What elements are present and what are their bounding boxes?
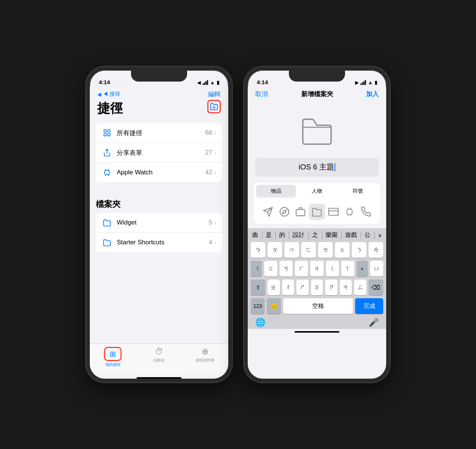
mic-key[interactable]: 🎤 — [369, 318, 379, 327]
watch-icon-item[interactable] — [342, 204, 358, 220]
tab-automation[interactable]: ⏱ 自動化 — [136, 347, 182, 367]
signal-bars — [202, 80, 208, 85]
widget-folder-icon — [102, 217, 112, 228]
tab-gallery[interactable]: ⊕ 捷徑資料庫 — [182, 347, 228, 367]
add-button[interactable]: 加入 — [366, 90, 379, 98]
apple-watch-count: 42 — [205, 169, 212, 176]
share-list-item[interactable]: 分享表單 27 › — [96, 143, 222, 163]
key-g[interactable]: ㄍ — [264, 261, 277, 277]
svg-line-9 — [109, 169, 109, 171]
key-t[interactable]: ㄊ — [335, 242, 350, 258]
phone-icon-item[interactable] — [358, 204, 374, 220]
key-sh[interactable]: ㄕ — [296, 280, 309, 295]
key-f[interactable]: ㄈ — [301, 242, 316, 258]
wifi-icon-right: ▲ — [368, 80, 373, 85]
key-laquo[interactable]: 《 — [251, 261, 262, 277]
key-c[interactable]: ㄘ — [340, 280, 352, 295]
svg-line-24 — [348, 214, 348, 216]
cancel-button[interactable]: 取消 — [255, 90, 268, 98]
svg-rect-3 — [108, 130, 110, 132]
card-icon-item[interactable] — [325, 204, 342, 220]
key-j[interactable]: ㄐ — [310, 261, 323, 277]
svg-rect-21 — [347, 209, 352, 214]
suggestion-1[interactable]: 是 — [266, 231, 272, 239]
tab-automation-label: 自動化 — [153, 358, 165, 363]
text-cursor — [335, 163, 335, 171]
globe-key[interactable]: 🌐 — [255, 318, 265, 327]
my-shortcuts-icon: ⊞ — [110, 349, 116, 358]
send-icon-item[interactable] — [260, 204, 276, 220]
time-left: 4:14 — [99, 79, 110, 85]
suggestion-3[interactable]: 設計 — [293, 231, 305, 239]
apple-watch-item[interactable]: Apple Watch 42 › — [96, 163, 222, 182]
svg-line-25 — [351, 214, 351, 216]
key-l[interactable]: ㄌ — [369, 242, 383, 258]
key-s[interactable]: ㄙ — [354, 280, 366, 295]
suggestion-2[interactable]: 的 — [279, 231, 285, 239]
notch — [131, 70, 187, 82]
wifi-icon: ▲ — [210, 80, 215, 85]
keyboard-row-2: 《 ㄍ ㄎ ㄏ ㄐ ㄑ ㄒ × ㄩ — [249, 261, 385, 277]
title-row: 捷徑 — [90, 100, 228, 123]
key-r[interactable]: ㄖ — [311, 280, 323, 295]
keyboard: 曲 是 的 設計 之 樂園 遊戲 公 ∨ ㄅ ㄆ — [248, 228, 386, 329]
key-q[interactable]: ㄑ — [326, 261, 339, 277]
keyboard-bottom-row: 123 😊 空格 完成 — [249, 298, 385, 315]
starter-folder-item[interactable]: Starter Shortcuts 4 › — [96, 233, 222, 252]
expand-suggestions[interactable]: ∨ — [378, 232, 382, 238]
key-b[interactable]: ㄅ — [251, 242, 265, 258]
automation-icon: ⏱ — [155, 347, 163, 357]
delete-key[interactable]: ⌫ — [369, 280, 383, 295]
share-list-count: 27 — [205, 149, 212, 156]
starter-label: Starter Shortcuts — [117, 239, 209, 246]
key-x-mark[interactable]: × — [357, 261, 368, 277]
key-n[interactable]: ㄋ — [352, 242, 366, 258]
svg-point-15 — [280, 207, 289, 216]
location-icon-right: ▶ — [355, 80, 358, 85]
shift-key[interactable]: ⇧ — [251, 280, 265, 295]
folder-plus-icon — [210, 103, 218, 111]
suggestion-6[interactable]: 遊戲 — [345, 231, 357, 239]
key-yu[interactable]: ㄩ — [370, 261, 383, 277]
widget-count: 5 — [209, 219, 212, 226]
suggestion-0[interactable]: 曲 — [252, 231, 258, 239]
all-shortcuts-item[interactable]: 所有捷徑 68 › — [96, 123, 222, 143]
add-folder-button[interactable] — [207, 100, 221, 113]
icon-tab-people[interactable]: 人物 — [297, 185, 337, 198]
icon-tab-objects[interactable]: 物品 — [256, 185, 296, 198]
key-z[interactable]: ㄗ — [325, 280, 338, 295]
key-m[interactable]: ㄇ — [284, 242, 299, 258]
key-h[interactable]: ㄏ — [295, 261, 308, 277]
key-zh[interactable]: ㄓ — [268, 280, 280, 295]
suggestion-5[interactable]: 樂園 — [326, 231, 338, 239]
edit-button[interactable]: 編輯 — [208, 90, 221, 98]
keyboard-row-3: ⇧ ㄓ ㄔ ㄕ ㄖ ㄗ ㄘ ㄙ ⌫ — [249, 280, 385, 295]
folder-icon-item[interactable] — [309, 204, 325, 220]
dialog-nav: 取消 新增檔案夾 加入 — [248, 87, 386, 101]
back-button[interactable]: ◀ ◀ 搜尋 — [97, 91, 120, 98]
svg-line-10 — [105, 175, 106, 176]
svg-rect-2 — [104, 130, 106, 132]
key-p[interactable]: ㄆ — [268, 242, 282, 258]
starter-folder-icon — [102, 237, 112, 248]
folders-header: 檔案夾 — [90, 190, 228, 213]
dialog-title: 新增檔案夾 — [301, 90, 333, 98]
tab-my-shortcuts[interactable]: ⊞ 我的捷徑 — [90, 347, 136, 367]
compass-icon-item[interactable] — [276, 204, 293, 220]
space-key[interactable]: 空格 — [283, 298, 353, 314]
key-x[interactable]: ㄒ — [341, 261, 354, 277]
suggestion-4[interactable]: 之 — [312, 231, 318, 239]
widget-folder-item[interactable]: Widget 5 › — [96, 213, 222, 233]
folder-name-container[interactable]: iOS 6 主題 — [255, 158, 379, 177]
done-key[interactable]: 完成 — [355, 298, 383, 314]
key-ch[interactable]: ㄔ — [282, 280, 295, 295]
briefcase-icon-item[interactable] — [292, 204, 309, 220]
home-indicator-left — [137, 377, 181, 379]
key-k[interactable]: ㄎ — [280, 261, 293, 277]
key-d[interactable]: ㄉ — [318, 242, 333, 258]
emoji-key[interactable]: 😊 — [267, 298, 281, 314]
icon-tab-symbols[interactable]: 符號 — [338, 185, 378, 198]
suggestion-7[interactable]: 公 — [364, 231, 370, 239]
suggestions-bar: 曲 是 的 設計 之 樂園 遊戲 公 ∨ — [249, 231, 385, 242]
num-key[interactable]: 123 — [251, 298, 265, 314]
